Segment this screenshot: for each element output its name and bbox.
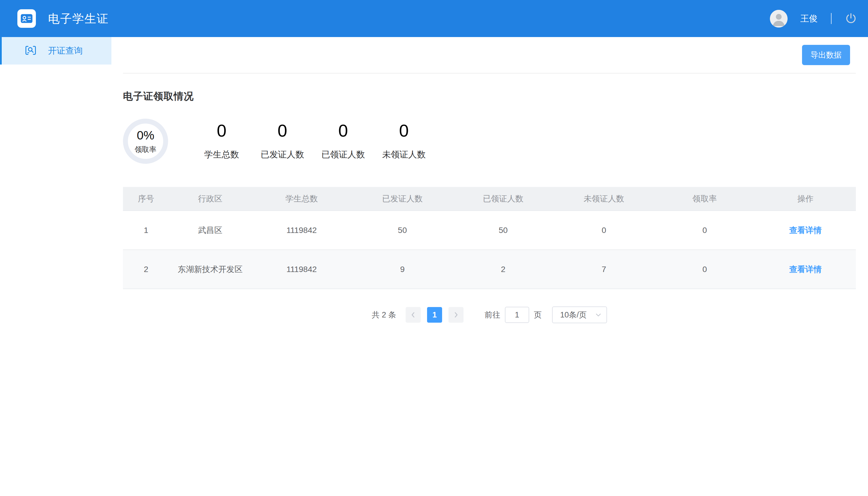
district-table: 序号 行政区 学生总数 已发证人数 已领证人数 未领证人数 领取率 操作 1 武… [123,187,856,289]
table-row: 1 武昌区 1119842 50 50 0 0 查看详情 [123,211,856,250]
col-unclaimed: 未领证人数 [553,187,654,211]
col-total-students: 学生总数 [251,187,352,211]
stat-unclaimed: 0 未领证人数 [374,122,434,160]
cert-search-icon [24,44,37,58]
app-logo-icon [17,9,36,28]
pickup-rate-gauge: 0% 领取率 [123,119,168,164]
section-title: 电子证领取情况 [123,90,856,103]
stat-issued: 0 已发证人数 [252,122,313,160]
goto-page-input[interactable] [505,307,529,323]
table-header-row: 序号 行政区 学生总数 已发证人数 已领证人数 未领证人数 领取率 操作 [123,187,856,211]
col-claimed: 已领证人数 [453,187,553,211]
body-row: 开证查询 导出数据 电子证领取情况 0% 领取率 0 学生总数 [0,37,868,496]
prev-page-button[interactable] [406,307,421,323]
logout-power-icon[interactable] [845,13,857,25]
page-size-value: 10条/页 [560,310,587,320]
view-details-link[interactable]: 查看详情 [789,265,822,274]
stats-row: 0 学生总数 0 已发证人数 0 已领证人数 0 未领证人数 [191,122,434,160]
header-divider [831,13,832,24]
next-page-button[interactable] [448,307,463,323]
header-left: 电子学生证 [17,9,109,28]
main-content: 导出数据 电子证领取情况 0% 领取率 0 学生总数 0 已发证人数 [111,37,868,496]
col-index: 序号 [123,187,169,211]
col-issued: 已发证人数 [352,187,453,211]
sidebar-item-cert-query[interactable]: 开证查询 [0,37,111,64]
summary-panel: 0% 领取率 0 学生总数 0 已发证人数 0 已领证人数 [123,119,856,164]
pagination-total: 共 2 条 [372,310,396,320]
user-name[interactable]: 王俊 [800,13,818,25]
app-header: 电子学生证 王俊 [0,0,868,37]
view-details-link[interactable]: 查看详情 [789,226,822,235]
page-word-label: 页 [534,310,542,320]
pagination: 共 2 条 1 前往 页 10条/页 [123,307,856,323]
stat-total-students: 0 学生总数 [191,122,252,160]
col-rate: 领取率 [654,187,755,211]
table-row: 2 东湖新技术开发区 1119842 9 2 7 0 查看详情 [123,250,856,289]
pickup-rate-label: 领取率 [135,145,157,154]
app-title: 电子学生证 [48,11,109,27]
page: 电子学生证 王俊 [0,0,868,496]
chevron-down-icon [595,311,602,318]
page-number-button[interactable]: 1 [427,307,442,323]
sidebar: 开证查询 [0,37,111,496]
stat-claimed: 0 已领证人数 [313,122,374,160]
col-district: 行政区 [169,187,251,211]
col-actions: 操作 [755,187,856,211]
goto-label: 前往 [485,310,500,320]
pickup-rate-value: 0% [137,128,155,142]
page-size-select[interactable]: 10条/页 [552,307,607,323]
avatar[interactable] [770,10,788,28]
toolbar: 导出数据 [123,37,856,74]
sidebar-item-label: 开证查询 [48,45,83,57]
header-right: 王俊 [770,10,857,28]
export-data-button[interactable]: 导出数据 [802,45,850,65]
